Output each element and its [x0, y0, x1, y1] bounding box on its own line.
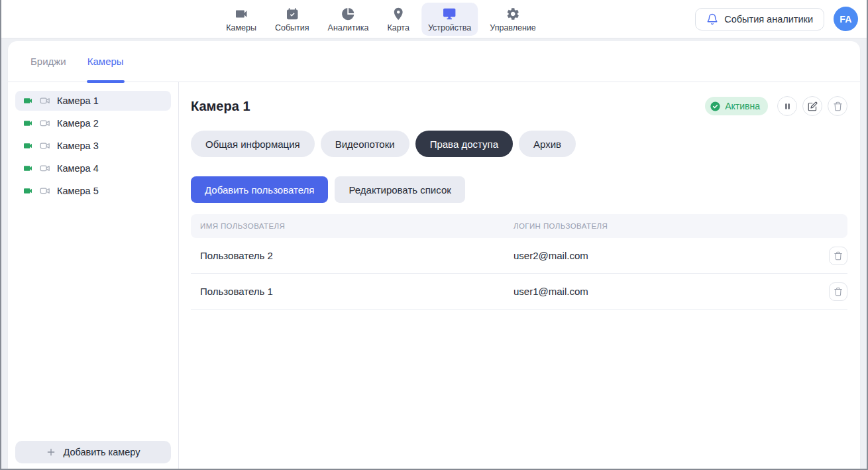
bell-icon	[706, 13, 718, 25]
camera-online-icon	[23, 163, 33, 174]
add-camera-label: Добавить камеру	[63, 447, 140, 457]
trash-icon	[834, 287, 843, 296]
camera-list: Камера 1 Камера 2 Камера 3	[15, 91, 171, 436]
nav-label: Устройства	[428, 23, 471, 32]
camera-online-icon	[23, 95, 33, 106]
calendar-check-icon	[285, 7, 299, 21]
camera-type-icon	[39, 162, 51, 174]
camera-name: Камера 2	[57, 118, 99, 129]
nav-item-cameras[interactable]: Камеры	[219, 3, 263, 36]
camera-list-item[interactable]: Камера 3	[15, 136, 171, 156]
camera-online-icon	[23, 141, 33, 151]
user-avatar[interactable]: FA	[834, 7, 858, 31]
column-header-user-login: ЛОГИН ПОЛЬЗОВАТЕЛЯ	[514, 222, 818, 230]
add-camera-button[interactable]: Добавить камеру	[15, 441, 171, 463]
camera-type-icon	[39, 117, 51, 129]
camera-name: Камера 4	[57, 163, 99, 174]
nav-label: Аналитика	[328, 23, 369, 32]
nav-item-map[interactable]: Карта	[380, 3, 415, 36]
nav-label: Карта	[387, 23, 409, 32]
main-nav: Камеры События Аналитика Карта	[219, 3, 543, 36]
camera-name: Камера 1	[57, 95, 99, 106]
nav-label: Камеры	[226, 23, 256, 32]
pause-camera-button[interactable]	[777, 96, 797, 116]
top-navigation-bar: Камеры События Аналитика Карта	[1, 0, 867, 38]
camera-list-item[interactable]: Камера 1	[15, 91, 171, 111]
tab-archive[interactable]: Архив	[519, 131, 576, 157]
page-title: Камера 1	[191, 99, 250, 114]
camera-name: Камера 3	[57, 141, 99, 151]
table-row: Пользователь 1 user1@mail.com	[191, 274, 847, 310]
tab-access-rights[interactable]: Права доступа	[415, 131, 513, 157]
camera-type-icon	[39, 140, 51, 152]
nav-label: Управление	[490, 23, 536, 32]
camera-list-item[interactable]: Камера 5	[15, 181, 171, 201]
tab-cameras[interactable]: Камеры	[87, 41, 124, 82]
delete-camera-button[interactable]	[828, 96, 847, 116]
delete-user-button[interactable]	[829, 247, 847, 265]
app-window: Камеры События Аналитика Карта	[0, 0, 868, 470]
analytics-events-button[interactable]: События аналитики	[695, 8, 824, 30]
edit-camera-button[interactable]	[802, 96, 822, 116]
add-user-button[interactable]: Добавить пользователя	[191, 176, 328, 203]
camera-header: Камера 1 Активна	[191, 96, 847, 116]
users-table: ИМЯ ПОЛЬЗОВАТЕЛЯ ЛОГИН ПОЛЬЗОВАТЕЛЯ Поль…	[191, 214, 847, 310]
nav-label: События	[275, 23, 309, 32]
main-card: Бриджи Камеры Камера 1 Камера 2	[8, 41, 860, 469]
user-name: Пользователь 2	[191, 250, 514, 261]
tab-general-info[interactable]: Общая информация	[191, 131, 315, 157]
camera-sidebar: Камера 1 Камера 2 Камера 3	[8, 82, 179, 469]
topbar-right-controls: События аналитики FA	[695, 7, 858, 31]
access-actions: Добавить пользователя Редактировать спис…	[191, 176, 847, 203]
edit-icon	[808, 101, 818, 111]
pause-icon	[783, 102, 792, 111]
nav-item-analytics[interactable]: Аналитика	[321, 3, 376, 36]
camera-type-icon	[39, 95, 51, 107]
monitor-icon	[443, 7, 457, 21]
camera-name: Камера 5	[57, 186, 99, 196]
user-name: Пользователь 1	[191, 286, 514, 297]
device-type-tabs: Бриджи Камеры	[8, 41, 860, 82]
tab-bridges[interactable]: Бриджи	[30, 41, 66, 82]
map-pin-icon	[391, 7, 406, 21]
camera-section-tabs: Общая информация Видеопотоки Права досту…	[191, 131, 847, 157]
user-login: user1@mail.com	[514, 286, 818, 297]
user-login: user2@mail.com	[514, 250, 818, 261]
camera-online-icon	[23, 118, 33, 129]
nav-item-events[interactable]: События	[268, 3, 316, 36]
check-circle-icon	[710, 101, 721, 112]
delete-user-button[interactable]	[829, 282, 847, 301]
table-header: ИМЯ ПОЛЬЗОВАТЕЛЯ ЛОГИН ПОЛЬЗОВАТЕЛЯ	[191, 214, 847, 238]
plus-icon	[46, 447, 56, 457]
nav-item-management[interactable]: Управление	[483, 3, 543, 36]
nav-item-devices[interactable]: Устройства	[421, 3, 478, 36]
video-camera-icon	[234, 7, 248, 21]
camera-online-icon	[23, 186, 33, 196]
camera-actions: Активна	[705, 96, 847, 116]
status-label: Активна	[725, 101, 760, 111]
camera-list-item[interactable]: Камера 2	[15, 113, 171, 133]
column-header-user-name: ИМЯ ПОЛЬЗОВАТЕЛЯ	[191, 222, 514, 230]
status-badge: Активна	[705, 97, 768, 115]
camera-details-panel: Камера 1 Активна	[179, 82, 860, 469]
card-body: Камера 1 Камера 2 Камера 3	[8, 82, 860, 469]
trash-icon	[833, 101, 843, 111]
gear-icon	[506, 7, 520, 21]
camera-list-item[interactable]: Камера 4	[15, 158, 171, 178]
tab-video-streams[interactable]: Видеопотоки	[321, 131, 409, 157]
analytics-events-label: События аналитики	[724, 14, 813, 25]
table-row: Пользователь 2 user2@mail.com	[191, 238, 847, 274]
camera-type-icon	[39, 185, 51, 197]
pie-chart-icon	[341, 7, 355, 21]
edit-list-button[interactable]: Редактировать список	[335, 176, 464, 203]
trash-icon	[834, 251, 843, 261]
